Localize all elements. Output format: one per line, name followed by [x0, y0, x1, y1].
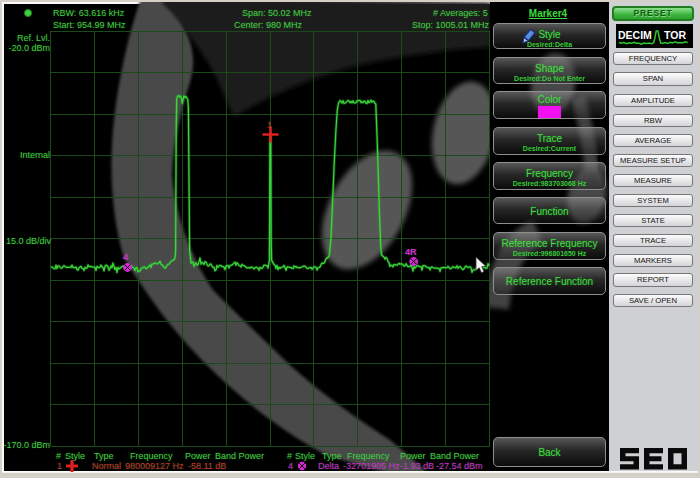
svg-text:DECIM: DECIM — [618, 29, 652, 41]
svg-text:TOR: TOR — [664, 29, 686, 41]
